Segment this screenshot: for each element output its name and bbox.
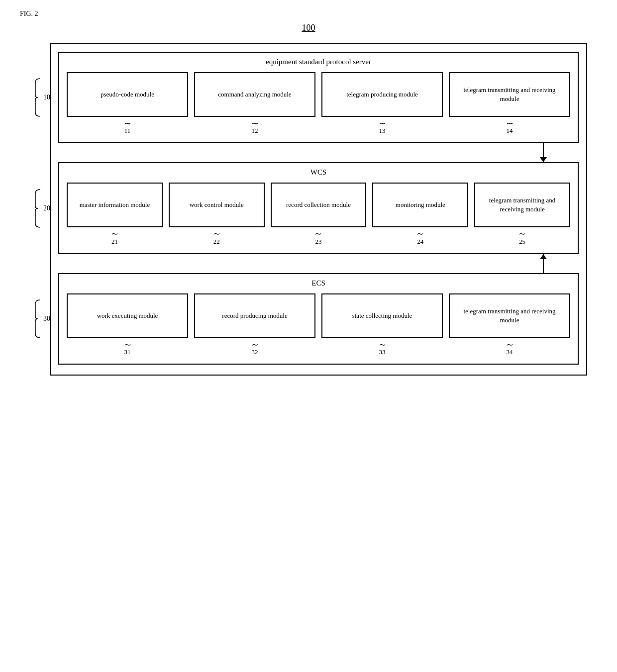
module-13: telegram producing module xyxy=(321,72,443,117)
wcs-modules-row: master information module work control m… xyxy=(67,183,570,227)
arrow-server-to-wcs xyxy=(58,143,579,162)
module-22: work control module xyxy=(169,183,265,227)
module-12: command analyzing module xyxy=(194,72,315,117)
ecs-title: ECS xyxy=(67,279,570,288)
wcs-side-label: 20 xyxy=(34,189,50,228)
server-section: equipment standard protocol server pseud… xyxy=(58,52,579,143)
squiggle-21: ∼ xyxy=(67,230,163,237)
server-numbers-row: ∼ 11 ∼ 12 ∼ 13 ∼ 14 xyxy=(67,120,570,135)
num-32: 32 xyxy=(252,348,258,356)
squiggle-12: ∼ xyxy=(194,120,315,127)
module-24: monitoring module xyxy=(372,183,468,227)
num-cell-25: ∼ 25 xyxy=(474,230,570,245)
squiggle-33: ∼ xyxy=(321,341,443,348)
num-cell-23: ∼ 23 xyxy=(271,230,367,245)
server-modules-row: pseudo-code module command analyzing mod… xyxy=(67,72,570,117)
wcs-section-number: 20 xyxy=(43,204,50,212)
num-cell-24: ∼ 24 xyxy=(372,230,468,245)
main-title: 100 xyxy=(20,23,597,33)
num-22: 22 xyxy=(213,238,220,245)
num-cell-33: ∼ 33 xyxy=(321,341,443,356)
module-23: record collection module xyxy=(271,183,367,227)
num-cell-11: ∼ 11 xyxy=(67,120,188,135)
server-title: equipment standard protocol server xyxy=(67,58,570,66)
squiggle-25: ∼ xyxy=(474,230,570,237)
num-33: 33 xyxy=(379,348,386,356)
squiggle-24: ∼ xyxy=(372,230,468,237)
num-cell-21: ∼ 21 xyxy=(67,230,163,245)
wcs-numbers-row: ∼ 21 ∼ 22 ∼ 23 ∼ 24 ∼ 25 xyxy=(67,230,570,245)
squiggle-22: ∼ xyxy=(169,230,265,237)
squiggle-11: ∼ xyxy=(67,120,188,127)
num-25: 25 xyxy=(519,238,525,245)
num-cell-32: ∼ 32 xyxy=(194,341,315,356)
num-14: 14 xyxy=(507,127,513,134)
module-11: pseudo-code module xyxy=(67,72,188,117)
squiggle-31: ∼ xyxy=(67,341,188,348)
num-23: 23 xyxy=(315,238,321,245)
module-34: telegram transmitting and receiving modu… xyxy=(449,293,570,338)
module-21: master information module xyxy=(67,183,163,227)
module-32: record producing module xyxy=(194,293,315,338)
arrow-head-up-2 xyxy=(540,254,547,259)
num-24: 24 xyxy=(417,238,423,245)
num-cell-34: ∼ 34 xyxy=(449,341,570,356)
ecs-side-label: 30 xyxy=(34,299,50,339)
curly-brace-20 xyxy=(34,189,41,228)
ecs-section: ECS work executing module record produci… xyxy=(58,273,579,365)
fig-label: FIG. 2 xyxy=(20,10,597,18)
num-21: 21 xyxy=(111,238,118,245)
arrow-head-down-1 xyxy=(540,157,547,162)
ecs-section-number: 30 xyxy=(43,315,50,323)
num-cell-31: ∼ 31 xyxy=(67,341,188,356)
num-cell-12: ∼ 12 xyxy=(194,120,315,135)
num-cell-14: ∼ 14 xyxy=(449,120,570,135)
wcs-title: WCS xyxy=(67,168,570,177)
wcs-section-wrapper: 20 WCS master information module work co… xyxy=(58,162,579,254)
arrow-ecs-to-wcs xyxy=(58,254,579,273)
ecs-modules-row: work executing module record producing m… xyxy=(67,293,570,338)
num-cell-22: ∼ 22 xyxy=(169,230,265,245)
module-33: state collecting module xyxy=(321,293,443,338)
module-25: telegram transmitting and receiving modu… xyxy=(474,183,570,227)
ecs-numbers-row: ∼ 31 ∼ 32 ∼ 33 ∼ 34 xyxy=(67,341,570,356)
server-side-label: 10 xyxy=(34,78,50,117)
num-31: 31 xyxy=(124,348,131,356)
num-12: 12 xyxy=(252,127,258,134)
wcs-section: WCS master information module work contr… xyxy=(58,162,579,254)
module-14: telegram transmitting and receiving modu… xyxy=(449,72,570,117)
num-34: 34 xyxy=(507,348,513,356)
num-13: 13 xyxy=(379,127,386,134)
squiggle-32: ∼ xyxy=(194,341,315,348)
server-section-number: 10 xyxy=(43,94,50,101)
outer-container: 10 equipment standard protocol server ps… xyxy=(50,43,587,376)
server-section-wrapper: 10 equipment standard protocol server ps… xyxy=(58,52,579,143)
squiggle-34: ∼ xyxy=(449,341,570,348)
squiggle-14: ∼ xyxy=(449,120,570,127)
curly-brace-10 xyxy=(34,78,41,117)
ecs-section-wrapper: 30 ECS work executing module record prod… xyxy=(58,273,579,365)
squiggle-23: ∼ xyxy=(271,230,367,237)
num-cell-13: ∼ 13 xyxy=(321,120,443,135)
curly-brace-30 xyxy=(34,299,41,339)
num-11: 11 xyxy=(124,127,131,134)
squiggle-13: ∼ xyxy=(321,120,443,127)
module-31: work executing module xyxy=(67,293,188,338)
